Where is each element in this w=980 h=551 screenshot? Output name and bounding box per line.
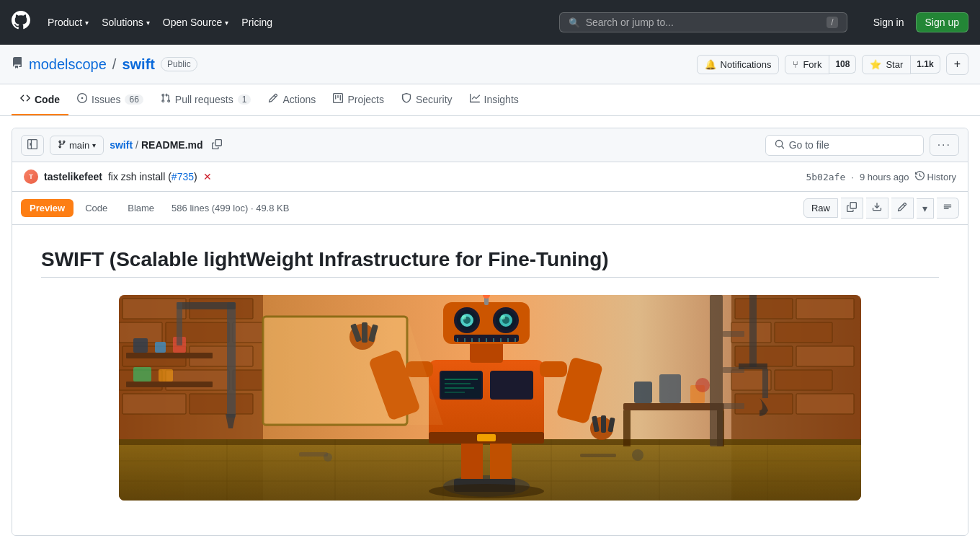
svg-rect-35 <box>126 353 213 358</box>
tab-pull-requests[interactable]: Pull requests 1 <box>152 84 260 115</box>
nav-pricing[interactable]: Pricing <box>236 12 278 32</box>
issue-icon <box>77 93 87 105</box>
tab-issues-count: 66 <box>125 94 143 105</box>
svg-rect-41 <box>159 369 173 382</box>
goto-file-placeholder: Go to file <box>789 139 829 151</box>
svg-rect-6 <box>233 322 263 343</box>
code-tab[interactable]: Code <box>76 199 116 217</box>
svg-rect-114 <box>299 452 328 457</box>
edit-button[interactable] <box>891 198 914 219</box>
svg-rect-37 <box>133 338 148 353</box>
blame-tab[interactable]: Blame <box>119 199 163 217</box>
svg-rect-20 <box>796 346 854 366</box>
download-button[interactable] <box>866 198 888 219</box>
tab-security[interactable]: Security <box>393 84 461 115</box>
github-logo-icon[interactable] <box>12 11 30 35</box>
readme-title: SWIFT (Scalable lightWeight Infrastructu… <box>41 248 939 278</box>
breadcrumb-root-link[interactable]: swift <box>110 139 133 151</box>
fork-count-button[interactable]: 108 <box>829 55 856 74</box>
nav-open-source[interactable]: Open Source ▾ <box>157 12 235 32</box>
goto-file-search[interactable]: Go to file <box>765 135 924 156</box>
signin-button[interactable]: Sign in <box>868 12 910 32</box>
view-tabs-left: Preview Code Blame 586 lines (499 loc) ·… <box>21 199 289 217</box>
commit-author-name[interactable]: tastelikefeet <box>44 171 102 182</box>
file-view-tabs: Preview Code Blame 586 lines (499 loc) ·… <box>12 192 968 225</box>
pr-icon <box>161 93 171 105</box>
branch-name: main <box>69 140 89 151</box>
more-view-options-button[interactable]: ▾ <box>917 198 934 219</box>
svg-rect-108 <box>723 331 744 337</box>
svg-point-117 <box>324 453 332 462</box>
svg-rect-107 <box>710 295 723 446</box>
commit-dot: · <box>851 172 854 182</box>
history-button[interactable]: History <box>915 171 956 182</box>
commit-sha[interactable]: 5b02afe <box>806 172 845 182</box>
fork-action: ⑂ Fork 108 <box>785 55 856 74</box>
view-actions-right: Raw ▾ <box>803 198 959 219</box>
tab-projects[interactable]: Projects <box>324 84 393 115</box>
tab-projects-label: Projects <box>347 94 384 105</box>
search-icon: 🔍 <box>569 17 580 28</box>
code-icon <box>20 93 30 105</box>
svg-rect-44 <box>177 302 182 345</box>
tab-actions[interactable]: Actions <box>259 84 324 115</box>
more-options-button[interactable]: ··· <box>930 134 959 156</box>
star-button[interactable]: ⭐ Star <box>862 55 911 74</box>
fork-button[interactable]: ⑂ Fork <box>785 55 829 74</box>
repo-title: modelscope / swift Public <box>12 56 197 73</box>
repo-name-link[interactable]: swift <box>122 56 155 73</box>
auth-buttons: Sign in Sign up <box>868 12 968 32</box>
svg-rect-36 <box>126 382 213 387</box>
chevron-down-icon: ▾ <box>85 19 89 27</box>
repo-tabs: Code Issues 66 Pull requests 1 Actions <box>0 84 980 116</box>
chevron-down-icon: ▾ <box>225 19 228 27</box>
file-header-right: Go to file ··· <box>765 134 959 156</box>
svg-rect-104 <box>659 374 681 403</box>
svg-rect-65 <box>540 361 567 377</box>
svg-rect-15 <box>735 299 793 319</box>
notifications-button[interactable]: 🔔 Notifications <box>697 55 780 74</box>
bell-icon: 🔔 <box>705 59 716 70</box>
svg-rect-13 <box>190 394 253 414</box>
breadcrumb-current-file: README.md <box>141 139 203 151</box>
svg-rect-24 <box>796 394 854 414</box>
repo-separator: / <box>112 56 117 73</box>
tab-code[interactable]: Code <box>12 84 68 115</box>
commit-message-text: fix zsh install (#735) <box>108 171 197 182</box>
svg-point-106 <box>695 378 710 392</box>
search-placeholder-text: Search or jump to... <box>586 17 821 28</box>
svg-rect-38 <box>155 342 166 353</box>
branch-selector-button[interactable]: main ▾ <box>50 136 104 155</box>
tab-insights-label: Insights <box>484 94 519 105</box>
copy-raw-button[interactable] <box>841 198 863 219</box>
commit-close-icon[interactable]: ✕ <box>203 171 212 182</box>
repo-owner-link[interactable]: modelscope <box>29 56 107 73</box>
svg-rect-40 <box>133 367 151 382</box>
repo-add-button[interactable]: + <box>946 53 968 75</box>
sidebar-toggle-button[interactable] <box>21 135 44 156</box>
raw-button[interactable]: Raw <box>803 198 838 218</box>
svg-rect-103 <box>634 382 652 403</box>
breadcrumb-separator: / <box>135 139 138 151</box>
tab-insights[interactable]: Insights <box>461 84 527 115</box>
copy-path-button[interactable] <box>209 136 225 154</box>
svg-rect-110 <box>723 403 744 409</box>
security-icon <box>401 93 411 105</box>
signup-button[interactable]: Sign up <box>916 12 968 32</box>
preview-tab[interactable]: Preview <box>21 199 74 217</box>
search-bar[interactable]: 🔍 Search or jump to... / <box>559 12 847 32</box>
star-count-button[interactable]: 1.1k <box>911 55 940 74</box>
svg-point-82 <box>462 315 466 319</box>
nav-product[interactable]: Product ▾ <box>42 12 94 32</box>
branch-chevron-icon: ▾ <box>92 141 96 149</box>
commit-pr-link[interactable]: #735 <box>172 171 194 182</box>
top-nav-links: Product ▾ Solutions ▾ Open Source ▾ Pric… <box>42 12 278 32</box>
fork-icon: ⑂ <box>793 59 798 70</box>
nav-solutions[interactable]: Solutions ▾ <box>96 12 156 32</box>
svg-rect-111 <box>749 295 757 367</box>
star-icon: ⭐ <box>870 59 881 70</box>
repo-icon <box>12 57 23 71</box>
tab-issues[interactable]: Issues 66 <box>68 84 152 115</box>
svg-rect-74 <box>601 415 606 433</box>
outline-button[interactable] <box>937 198 959 219</box>
